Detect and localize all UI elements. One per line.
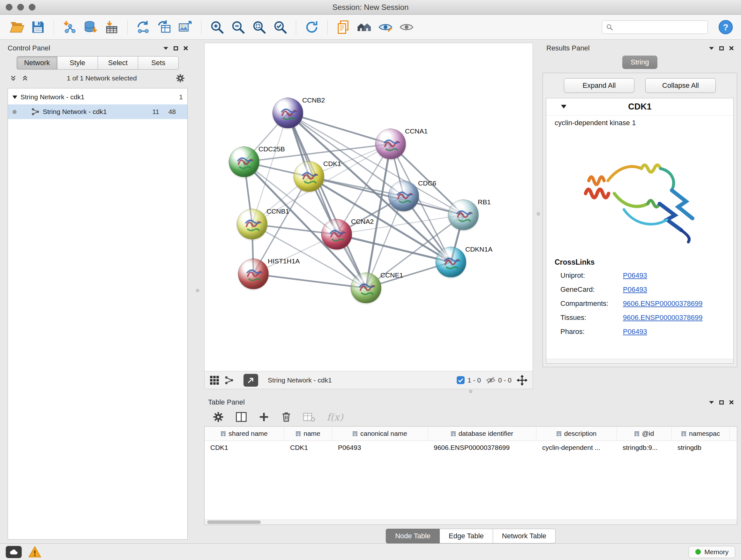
import-network-file-button[interactable] — [60, 18, 79, 37]
zoom-fit-button[interactable] — [250, 18, 268, 37]
column-header-name[interactable]: name — [284, 427, 332, 441]
gear-icon[interactable] — [176, 73, 185, 83]
grid-view-icon[interactable] — [210, 375, 219, 385]
close-icon[interactable] — [729, 400, 734, 405]
table-settings-button[interactable] — [212, 411, 224, 423]
network-node-cdc6[interactable] — [388, 181, 419, 211]
tab-select[interactable]: Select — [98, 56, 138, 70]
delete-column-button[interactable] — [281, 412, 292, 422]
function-builder-button[interactable]: f(x) — [327, 412, 343, 423]
splitter-handle[interactable] — [196, 289, 199, 292]
export-image-button[interactable] — [176, 18, 195, 37]
network-collection-row[interactable]: String Network - cdk1 1 — [8, 90, 187, 105]
eye-slash-icon[interactable] — [486, 376, 495, 384]
crosslink-link[interactable]: P06493 — [623, 327, 647, 336]
table-cell[interactable]: 9606.ENSP00000378699 — [428, 441, 536, 454]
add-column-button[interactable] — [259, 412, 269, 422]
network-edge[interactable] — [253, 274, 366, 288]
search-input[interactable] — [616, 23, 704, 30]
network-node-ccnb2[interactable] — [273, 98, 303, 128]
tab-string[interactable]: String — [622, 56, 657, 69]
hide-graphics-button[interactable] — [397, 18, 416, 37]
column-header-canonical-name[interactable]: canonical name — [332, 427, 428, 441]
tab-sets[interactable]: Sets — [138, 56, 179, 70]
table-row[interactable]: CDK1CDK1P064939606.ENSP00000378699cyclin… — [205, 441, 737, 454]
zoom-out-button[interactable] — [229, 18, 247, 37]
tab-style[interactable]: Style — [57, 56, 98, 70]
import-network-database-button[interactable] — [81, 18, 100, 37]
detach-view-button[interactable] — [244, 374, 258, 387]
network-node-cdc25b[interactable] — [229, 146, 259, 177]
collapse-all-icon[interactable] — [10, 75, 16, 81]
crosslink-link[interactable]: P06493 — [623, 271, 647, 280]
crosslink-link[interactable]: 9606.ENSP00000378699 — [623, 300, 703, 308]
tab-node-table[interactable]: Node Table — [386, 529, 440, 543]
new-network-button[interactable] — [134, 18, 152, 37]
column-header-namespac[interactable]: namespac — [672, 427, 730, 441]
results-scrollbar[interactable] — [546, 359, 733, 363]
crosshair-icon[interactable] — [517, 375, 528, 386]
network-node-cdkn1a[interactable] — [435, 247, 466, 277]
float-window-icon[interactable] — [719, 400, 724, 405]
scrollbar-thumb[interactable] — [207, 520, 261, 524]
table-cell[interactable]: P06493 — [332, 441, 428, 454]
table-cell[interactable]: cyclin-dependent ... — [536, 441, 617, 454]
table-cell[interactable]: CDK1 — [284, 441, 332, 454]
network-node-hist1h1a[interactable] — [238, 259, 269, 289]
splitter-handle[interactable] — [537, 212, 540, 215]
tab-network-table[interactable]: Network Table — [493, 529, 556, 543]
tab-network[interactable]: Network — [17, 56, 57, 70]
show-columns-button[interactable] — [235, 411, 247, 423]
zoom-in-button[interactable] — [208, 18, 226, 37]
chevron-down-icon[interactable] — [163, 47, 169, 50]
float-window-icon[interactable] — [174, 46, 178, 51]
clear-table-button[interactable] — [303, 412, 315, 422]
gene-description: cyclin-dependent kinase 1 — [546, 116, 733, 127]
expand-all-button[interactable]: Expand All — [564, 78, 634, 93]
network-edge[interactable] — [309, 177, 463, 215]
network-node-ccna1[interactable] — [375, 129, 406, 159]
column-header-shared-name[interactable]: shared name — [205, 427, 284, 441]
splitter-handle[interactable] — [469, 390, 472, 393]
open-session-button[interactable] — [8, 18, 26, 37]
clone-network-button[interactable] — [155, 18, 174, 37]
network-node-ccnb1[interactable] — [237, 209, 267, 240]
column-header-description[interactable]: description — [536, 427, 617, 441]
collapse-all-button[interactable]: Collapse All — [645, 78, 716, 93]
gene-header[interactable]: CDK1 — [546, 98, 733, 116]
network-node-cdk1[interactable] — [293, 161, 324, 192]
warnings-button[interactable] — [27, 546, 42, 558]
chevron-down-icon[interactable] — [709, 401, 714, 404]
column-header--id[interactable]: @id — [617, 427, 672, 441]
network-node-ccna2[interactable] — [321, 219, 352, 250]
birdseye-view-icon[interactable] — [224, 375, 234, 385]
zoom-selected-button[interactable] — [271, 18, 289, 37]
crosslink-link[interactable]: P06493 — [623, 286, 647, 294]
close-icon[interactable] — [183, 46, 188, 51]
memory-button[interactable]: Memory — [689, 546, 735, 558]
import-table-button[interactable] — [103, 18, 121, 37]
crosslink-link[interactable]: 9606.ENSP00000378699 — [623, 314, 703, 322]
show-graphics-details-button[interactable] — [376, 18, 395, 37]
annotation-button[interactable] — [334, 18, 353, 37]
close-icon[interactable] — [729, 46, 734, 51]
column-header-database-identifier[interactable]: database identifier — [428, 427, 536, 441]
network-node-rb1[interactable] — [448, 199, 479, 230]
float-window-icon[interactable] — [719, 46, 724, 51]
table-cell[interactable]: stringdb:9... — [617, 441, 672, 454]
help-button[interactable]: ? — [718, 19, 733, 35]
chevron-down-icon[interactable] — [709, 47, 714, 50]
table-cell[interactable]: stringdb — [672, 441, 730, 454]
network-edge[interactable] — [288, 113, 391, 144]
expand-all-icon[interactable] — [22, 75, 28, 81]
network-node-ccne1[interactable] — [351, 273, 381, 303]
table-cell[interactable]: CDK1 — [205, 441, 284, 454]
save-session-button[interactable] — [29, 18, 47, 37]
tab-edge-table[interactable]: Edge Table — [440, 529, 493, 543]
cloud-services-button[interactable] — [6, 546, 22, 558]
network-row[interactable]: String Network - cdk1 11 48 — [8, 105, 187, 119]
network-canvas[interactable]: CCNB2CCNA1CDC25BCDK1CDC6RB1CCNB1CCNA2CDK… — [205, 43, 533, 371]
checkbox-icon[interactable] — [456, 376, 465, 384]
home-layout-button[interactable] — [355, 18, 374, 37]
refresh-button[interactable] — [302, 18, 321, 37]
